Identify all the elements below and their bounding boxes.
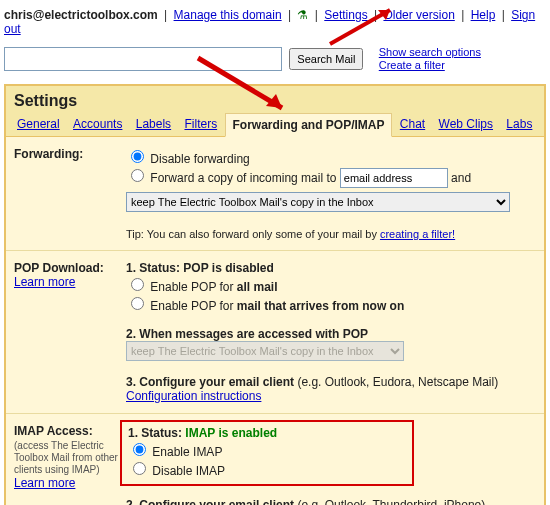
pop-status-value: POP is disabled: [183, 261, 273, 275]
pop-learn-more-link[interactable]: Learn more: [14, 275, 75, 289]
tab-accounts[interactable]: Accounts: [68, 112, 127, 136]
show-search-options-link[interactable]: Show search options: [379, 46, 481, 58]
search-row: Search Mail Show search options Create a…: [0, 42, 550, 76]
forward-copy-radio[interactable]: [131, 169, 144, 182]
forwarding-section: Forwarding: Disable forwarding Forward a…: [6, 137, 544, 251]
settings-panel: Settings General Accounts Labels Filters…: [4, 84, 546, 505]
forwarding-tip: Tip: You can also forward only some of y…: [126, 228, 536, 240]
imap-status-label: 1. Status:: [128, 426, 182, 440]
disable-forwarding-option[interactable]: Disable forwarding: [126, 152, 250, 166]
settings-tabs: General Accounts Labels Filters Forwardi…: [6, 112, 544, 137]
tab-general[interactable]: General: [12, 112, 65, 136]
imap-enable-radio[interactable]: [133, 443, 146, 456]
imap-section: IMAP Access: (access The Electric Toolbo…: [6, 414, 544, 505]
disable-forwarding-radio[interactable]: [131, 150, 144, 163]
account-topbar: chris@electrictoolbox.com | Manage this …: [0, 0, 550, 42]
forward-keep-select[interactable]: keep The Electric Toolbox Mail's copy in…: [126, 192, 510, 212]
imap-sublabel: (access The Electric Toolbox Mail from o…: [14, 440, 126, 476]
pop-enable-all-radio[interactable]: [131, 278, 144, 291]
pop-enable-now-option[interactable]: Enable POP for mail that arrives from no…: [126, 299, 404, 313]
forwarding-label: Forwarding:: [14, 147, 126, 240]
imap-highlight-box: 1. Status: IMAP is enabled Enable IMAP D…: [120, 420, 414, 486]
pop-enable-now-radio[interactable]: [131, 297, 144, 310]
labs-flask-icon: ⚗: [297, 8, 308, 22]
and-text: and: [451, 171, 471, 185]
help-link[interactable]: Help: [471, 8, 496, 22]
imap-disable-radio[interactable]: [133, 462, 146, 475]
search-mail-button[interactable]: Search Mail: [289, 48, 363, 70]
create-filter-link[interactable]: Create a filter: [379, 59, 445, 71]
tab-labs[interactable]: Labs: [501, 112, 537, 136]
page-title: Settings: [6, 86, 544, 112]
imap-learn-more-link[interactable]: Learn more: [14, 476, 75, 490]
create-filter-tip-link[interactable]: creating a filter!: [380, 228, 455, 240]
settings-link[interactable]: Settings: [324, 8, 367, 22]
pop-configuration-link[interactable]: Configuration instructions: [126, 389, 261, 403]
tab-web-clips[interactable]: Web Clips: [434, 112, 498, 136]
search-input[interactable]: [4, 47, 282, 71]
imap-status-value: IMAP is enabled: [185, 426, 277, 440]
forward-copy-text: Forward a copy of incoming mail to: [150, 171, 336, 185]
imap-label: IMAP Access:: [14, 424, 93, 438]
tab-filters[interactable]: Filters: [179, 112, 222, 136]
tab-labels[interactable]: Labels: [131, 112, 176, 136]
forward-email-input[interactable]: [340, 168, 448, 188]
forward-copy-option[interactable]: Forward a copy of incoming mail to: [126, 171, 336, 185]
pop-keep-select: keep The Electric Toolbox Mail's copy in…: [126, 341, 404, 361]
pop-label: POP Download:: [14, 261, 104, 275]
tab-forwarding-pop-imap[interactable]: Forwarding and POP/IMAP: [225, 113, 391, 137]
tab-chat[interactable]: Chat: [395, 112, 430, 136]
imap-configure-label: 2. Configure your email client: [126, 498, 294, 505]
pop-section: POP Download: Learn more 1. Status: POP …: [6, 251, 544, 414]
pop-configure-label: 3. Configure your email client: [126, 375, 294, 389]
older-version-link[interactable]: Older version: [383, 8, 454, 22]
imap-enable-option[interactable]: Enable IMAP: [128, 445, 222, 459]
pop-accessed-label: 2. When messages are accessed with POP: [126, 327, 368, 341]
disable-forwarding-text: Disable forwarding: [150, 152, 249, 166]
manage-domain-link[interactable]: Manage this domain: [174, 8, 282, 22]
pop-enable-all-option[interactable]: Enable POP for all mail: [126, 280, 278, 294]
imap-disable-option[interactable]: Disable IMAP: [128, 464, 225, 478]
account-email: chris@electrictoolbox.com: [4, 8, 158, 22]
pop-status-label: 1. Status:: [126, 261, 180, 275]
